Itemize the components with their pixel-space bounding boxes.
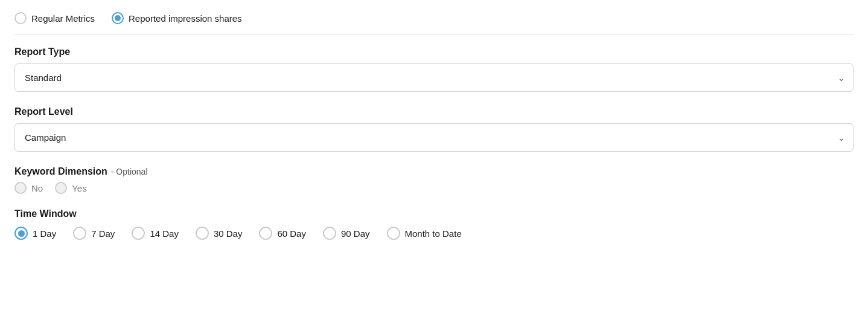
time-90day-option[interactable]: 90 Day	[323, 227, 370, 240]
report-level-dropdown-wrapper: Campaign Ad Group Keyword ⌄	[14, 123, 854, 152]
time-window-radio-group: 1 Day 7 Day 14 Day 30 Day 60 Day 90 Day …	[14, 227, 854, 240]
report-level-select[interactable]: Campaign Ad Group Keyword	[14, 123, 854, 152]
time-window-label: Time Window	[14, 208, 854, 219]
impression-shares-option[interactable]: Reported impression shares	[112, 12, 242, 24]
regular-metrics-label: Regular Metrics	[31, 13, 95, 24]
time-14day-radio[interactable]	[132, 227, 145, 240]
keyword-dimension-section: Keyword Dimension - Optional No Yes	[14, 166, 854, 194]
time-month-to-date-option[interactable]: Month to Date	[387, 227, 462, 240]
report-type-section: Report Type Standard Custom ⌄	[14, 47, 854, 92]
time-60day-label: 60 Day	[277, 228, 306, 239]
time-30day-option[interactable]: 30 Day	[196, 227, 243, 240]
time-1day-radio[interactable]	[14, 227, 28, 240]
keyword-no-radio[interactable]	[14, 182, 27, 194]
time-14day-option[interactable]: 14 Day	[132, 227, 179, 240]
time-30day-label: 30 Day	[214, 228, 243, 239]
time-7day-radio[interactable]	[73, 227, 86, 240]
keyword-dimension-header: Keyword Dimension - Optional	[14, 166, 854, 177]
time-30day-radio[interactable]	[196, 227, 209, 240]
report-type-label: Report Type	[14, 47, 854, 57]
keyword-yes-label: Yes	[72, 183, 86, 193]
keyword-dimension-optional: - Optional	[111, 167, 148, 176]
time-60day-radio[interactable]	[259, 227, 272, 240]
time-month-to-date-radio[interactable]	[387, 227, 400, 240]
time-7day-option[interactable]: 7 Day	[73, 227, 115, 240]
keyword-no-option[interactable]: No	[14, 182, 43, 194]
keyword-dimension-label: Keyword Dimension	[14, 166, 107, 177]
report-level-section: Report Level Campaign Ad Group Keyword ⌄	[14, 106, 854, 152]
keyword-no-label: No	[31, 183, 43, 193]
report-type-select[interactable]: Standard Custom	[14, 63, 854, 92]
time-1day-option[interactable]: 1 Day	[14, 227, 56, 240]
metrics-radio-group: Regular Metrics Reported impression shar…	[14, 12, 854, 24]
impression-shares-radio[interactable]	[112, 12, 124, 24]
section-divider	[14, 34, 854, 34]
time-month-to-date-label: Month to Date	[405, 228, 462, 239]
regular-metrics-radio[interactable]	[14, 12, 27, 24]
time-14day-label: 14 Day	[150, 228, 179, 239]
report-type-dropdown-wrapper: Standard Custom ⌄	[14, 63, 854, 92]
report-level-label: Report Level	[14, 106, 854, 117]
time-90day-label: 90 Day	[341, 228, 370, 239]
impression-shares-label: Reported impression shares	[129, 13, 242, 24]
time-7day-label: 7 Day	[91, 228, 115, 239]
regular-metrics-option[interactable]: Regular Metrics	[14, 12, 95, 24]
time-60day-option[interactable]: 60 Day	[259, 227, 306, 240]
keyword-yes-radio[interactable]	[55, 182, 67, 194]
keyword-dimension-radio-group: No Yes	[14, 182, 854, 194]
time-1day-label: 1 Day	[33, 228, 56, 239]
keyword-yes-option[interactable]: Yes	[55, 182, 86, 194]
time-90day-radio[interactable]	[323, 227, 336, 240]
time-window-section: Time Window 1 Day 7 Day 14 Day 30 Day 60…	[14, 208, 854, 240]
